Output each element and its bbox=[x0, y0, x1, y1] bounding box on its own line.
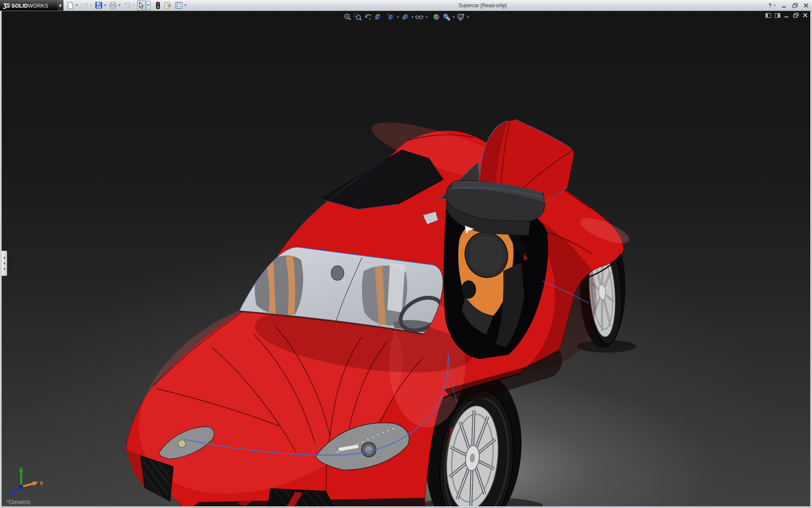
hide-show-items-icon bbox=[415, 13, 424, 21]
save-icon bbox=[95, 2, 102, 9]
undo-icon bbox=[123, 2, 131, 9]
zoom-to-area-button[interactable] bbox=[353, 12, 363, 22]
previous-view-icon bbox=[364, 13, 372, 21]
new-dropdown[interactable]: ▼ bbox=[75, 1, 79, 10]
display-style-button[interactable] bbox=[400, 12, 410, 22]
solidworks-logo: ƷS SOLIDWORKS bbox=[0, 0, 58, 11]
view-orientation-dropdown[interactable]: ▼ bbox=[396, 12, 400, 22]
save-button[interactable] bbox=[94, 1, 103, 10]
select-button[interactable] bbox=[137, 0, 146, 11]
doc-minimize-button[interactable] bbox=[784, 13, 789, 18]
hide-show-items-dropdown[interactable]: ▼ bbox=[425, 12, 429, 22]
section-view-icon bbox=[374, 13, 382, 21]
select-cursor-icon bbox=[138, 2, 145, 9]
doc-close-button[interactable] bbox=[803, 13, 808, 18]
show-left-pane-button[interactable] bbox=[765, 13, 771, 18]
options-icon bbox=[175, 2, 183, 9]
zoom-to-fit-icon bbox=[343, 13, 352, 21]
file-properties-icon bbox=[164, 2, 172, 9]
window-frame-bottom bbox=[0, 506, 812, 508]
close-icon bbox=[804, 3, 809, 8]
view-orientation-icon bbox=[387, 13, 395, 21]
doc-restore-icon bbox=[793, 13, 799, 18]
previous-view-button[interactable] bbox=[363, 12, 373, 22]
right-pane-icon bbox=[775, 13, 780, 18]
app-restore-button[interactable] bbox=[792, 3, 798, 8]
apply-scene-icon bbox=[442, 13, 451, 21]
file-properties-button[interactable] bbox=[163, 1, 173, 10]
undo-button[interactable] bbox=[123, 1, 132, 10]
brand-bold: SOLID bbox=[11, 3, 28, 9]
edit-appearance-button[interactable] bbox=[431, 12, 442, 22]
standard-toolbar: ▼ ▼ ▼ bbox=[66, 0, 189, 11]
app-minimize-button[interactable] bbox=[782, 3, 787, 8]
doc-close-icon bbox=[803, 13, 808, 18]
display-style-icon bbox=[401, 13, 409, 21]
options-button[interactable] bbox=[174, 1, 184, 10]
new-document-icon bbox=[67, 2, 74, 9]
view-settings-dropdown[interactable]: ▼ bbox=[466, 12, 470, 22]
print-icon bbox=[109, 2, 117, 9]
select-dropdown[interactable]: ▼ bbox=[146, 1, 151, 10]
window-frame-right bbox=[810, 11, 812, 508]
open-icon bbox=[81, 2, 88, 9]
graphics-viewport[interactable]: ▼ ▼ ▼ bbox=[2, 11, 810, 506]
print-button[interactable] bbox=[108, 1, 118, 10]
open-button[interactable] bbox=[80, 1, 89, 10]
collapsed-feature-panel-tab[interactable] bbox=[2, 251, 7, 276]
window-frame-left bbox=[0, 11, 2, 508]
zoom-to-area-icon bbox=[354, 13, 362, 21]
menu-flyout-button[interactable] bbox=[58, 0, 63, 11]
heads-up-view-toolbar: ▼ ▼ ▼ bbox=[343, 12, 470, 22]
document-window-controls bbox=[765, 13, 808, 18]
save-dropdown[interactable]: ▼ bbox=[103, 1, 107, 10]
rebuild-button[interactable] bbox=[155, 1, 161, 10]
doc-minimize-icon bbox=[784, 13, 789, 18]
minimize-icon bbox=[782, 3, 787, 8]
apply-scene-button[interactable] bbox=[442, 12, 452, 22]
open-dropdown[interactable]: ▼ bbox=[89, 1, 93, 10]
new-document-button[interactable] bbox=[66, 1, 75, 10]
reference-triad: X bbox=[4, 464, 45, 496]
app-window-controls: ?▼ bbox=[768, 0, 809, 11]
undo-dropdown[interactable]: ▼ bbox=[132, 1, 136, 10]
apply-scene-dropdown[interactable]: ▼ bbox=[452, 12, 456, 22]
solidworks-logo-mark: ƷS bbox=[3, 2, 10, 9]
view-orientation-label: *Dimetric bbox=[7, 499, 31, 505]
collapse-arrow-icon bbox=[3, 262, 5, 265]
view-orientation-button[interactable] bbox=[386, 12, 396, 22]
show-right-pane-button[interactable] bbox=[775, 13, 780, 18]
view-settings-icon bbox=[457, 13, 465, 21]
collapse-arrow-icon bbox=[3, 257, 5, 259]
triad-x-label: X bbox=[40, 480, 43, 486]
help-button[interactable]: ?▼ bbox=[768, 2, 776, 8]
restore-icon bbox=[792, 3, 798, 8]
options-dropdown[interactable]: ▼ bbox=[184, 1, 187, 10]
collapse-arrow-icon bbox=[3, 268, 5, 270]
hide-show-items-button[interactable] bbox=[414, 12, 425, 22]
print-dropdown[interactable]: ▼ bbox=[118, 1, 121, 10]
supercar-model[interactable] bbox=[2, 11, 810, 506]
section-view-button[interactable] bbox=[373, 12, 383, 22]
rebuild-traffic-light-icon bbox=[156, 2, 160, 9]
document-title: Supercar [Read-only] bbox=[458, 0, 506, 11]
display-style-dropdown[interactable]: ▼ bbox=[410, 12, 414, 22]
zoom-to-fit-button[interactable] bbox=[343, 12, 353, 22]
app-close-button[interactable] bbox=[804, 3, 809, 8]
view-settings-button[interactable] bbox=[456, 12, 466, 22]
edit-appearance-icon bbox=[432, 13, 441, 21]
flyout-arrow-icon bbox=[60, 4, 62, 7]
app-titlebar: ƷS SOLIDWORKS ▼ ▼ bbox=[0, 0, 812, 11]
left-pane-icon bbox=[765, 13, 771, 18]
brand-light: WORKS bbox=[28, 3, 48, 9]
doc-restore-button[interactable] bbox=[793, 13, 799, 18]
